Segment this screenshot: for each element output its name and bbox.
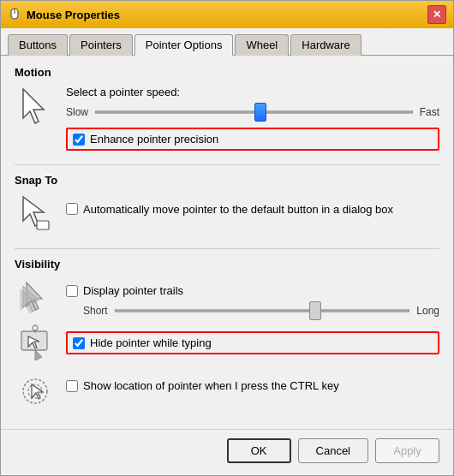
show-ctrl-icon-container <box>15 371 56 412</box>
trail-slider-track <box>115 310 410 312</box>
motion-inner: Select a pointer speed: Slow Fast Enhanc… <box>15 86 439 151</box>
content-area: Motion Select a pointer speed: Slow <box>1 56 453 429</box>
trails-icon-container <box>15 277 56 318</box>
snap-cursor-icon <box>18 195 52 233</box>
enhance-precision-label[interactable]: Enhance pointer precision <box>90 133 218 146</box>
ok-button[interactable]: OK <box>227 438 291 463</box>
speed-slider-row: Slow Fast <box>66 104 439 121</box>
title-bar: Mouse Properties ✕ <box>1 1 453 28</box>
close-button[interactable]: ✕ <box>427 5 446 24</box>
trail-slider-thumb[interactable] <box>309 301 321 320</box>
trails-controls: Display pointer trails Short Long <box>66 277 439 319</box>
motion-controls: Select a pointer speed: Slow Fast Enhanc… <box>66 86 439 151</box>
motion-cursor-icon <box>18 87 52 125</box>
visibility-section: Visibility Display pointer trails <box>15 258 439 412</box>
divider-2 <box>15 248 439 249</box>
snap-icon-container <box>15 193 56 235</box>
snap-controls: Automatically move pointer to the defaul… <box>66 193 439 217</box>
hide-row: Hide pointer while typing <box>66 331 439 354</box>
hide-typing-label[interactable]: Hide pointer while typing <box>90 336 212 349</box>
hide-cursor-icon <box>18 324 52 362</box>
tab-buttons[interactable]: Buttons <box>8 34 68 56</box>
tabs-bar: Buttons Pointers Pointer Options Wheel H… <box>1 28 453 56</box>
show-ctrl-row: Show location of pointer when I press th… <box>66 379 439 392</box>
hide-inner: Hide pointer while typing <box>15 323 439 364</box>
tab-pointers[interactable]: Pointers <box>69 34 133 56</box>
long-label: Long <box>416 305 439 317</box>
trail-slider-container[interactable] <box>115 302 410 319</box>
visibility-title: Visibility <box>15 258 439 271</box>
show-ctrl-inner: Show location of pointer when I press th… <box>15 371 439 412</box>
enhance-precision-row: Enhance pointer precision <box>66 128 439 151</box>
hide-controls: Hide pointer while typing <box>66 323 439 354</box>
speed-label: Select a pointer speed: <box>66 86 439 98</box>
tab-hardware[interactable]: Hardware <box>290 34 361 56</box>
trails-inner: Display pointer trails Short Long <box>15 277 439 319</box>
svg-marker-9 <box>35 350 42 360</box>
auto-snap-label[interactable]: Automatically move pointer to the defaul… <box>83 202 393 217</box>
trails-label[interactable]: Display pointer trails <box>83 284 183 297</box>
window: Mouse Properties ✕ Buttons Pointers Poin… <box>0 0 454 476</box>
tab-pointer-options[interactable]: Pointer Options <box>134 34 234 56</box>
show-ctrl-controls: Show location of pointer when I press th… <box>66 371 439 392</box>
auto-snap-checkbox[interactable] <box>66 203 78 215</box>
window-title: Mouse Properties <box>27 9 120 21</box>
show-ctrl-cursor-icon <box>18 372 52 410</box>
divider-1 <box>15 164 439 165</box>
svg-rect-4 <box>37 221 49 229</box>
svg-marker-15 <box>32 384 43 399</box>
svg-marker-2 <box>23 89 44 123</box>
fast-label: Fast <box>420 106 439 118</box>
hide-typing-checkbox[interactable] <box>73 337 85 349</box>
show-ctrl-checkbox[interactable] <box>66 380 78 392</box>
short-label: Short <box>83 305 108 317</box>
slow-label: Slow <box>66 106 88 118</box>
motion-section: Motion Select a pointer speed: Slow <box>15 66 439 151</box>
trails-cursor-icon <box>18 279 52 317</box>
speed-slider-thumb[interactable] <box>254 103 266 122</box>
hide-icon-container <box>15 323 56 364</box>
trail-slider-row: Short Long <box>83 302 439 319</box>
title-bar-left: Mouse Properties <box>8 8 120 21</box>
cursor-icon-container <box>15 86 56 127</box>
snap-to-title: Snap To <box>15 174 439 187</box>
apply-button[interactable]: Apply <box>375 438 439 463</box>
trails-row: Display pointer trails <box>66 284 439 297</box>
cancel-button[interactable]: Cancel <box>298 438 368 463</box>
show-ctrl-label[interactable]: Show location of pointer when I press th… <box>83 379 339 392</box>
snap-to-section: Snap To Automatically move pointer to th… <box>15 174 439 235</box>
mouse-icon <box>8 8 21 21</box>
snap-to-inner: Automatically move pointer to the defaul… <box>15 193 439 235</box>
speed-slider-container[interactable] <box>95 104 413 121</box>
trails-checkbox[interactable] <box>66 285 78 297</box>
motion-title: Motion <box>15 66 439 79</box>
auto-snap-row: Automatically move pointer to the defaul… <box>66 202 439 217</box>
enhance-precision-checkbox[interactable] <box>73 134 85 146</box>
svg-point-10 <box>33 325 38 330</box>
button-bar: OK Cancel Apply <box>1 429 453 475</box>
tab-wheel[interactable]: Wheel <box>235 34 289 56</box>
